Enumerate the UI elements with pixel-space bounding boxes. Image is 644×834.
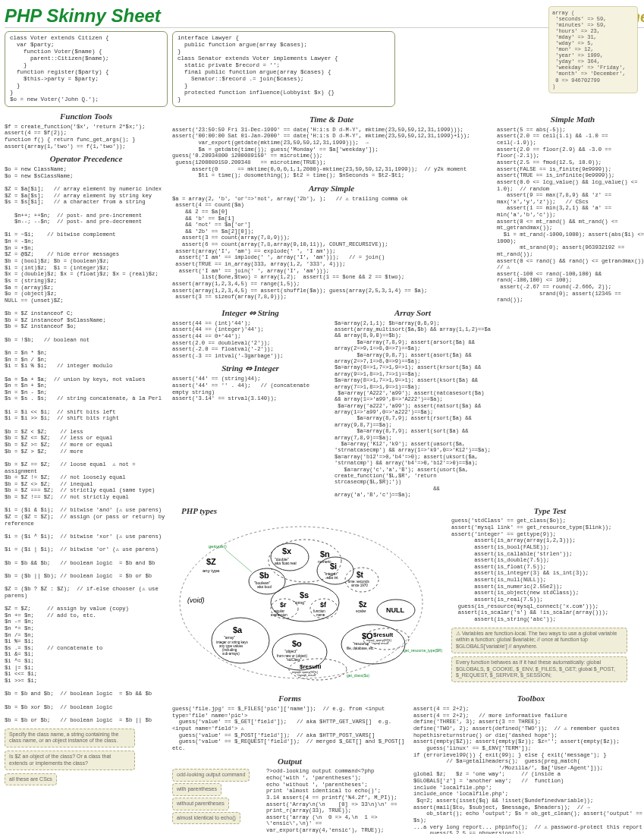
integer-string-block: assert(44 == (int)'44'); assert(44 == (i… xyxy=(172,320,328,360)
forms-block: guess('file.jpg' == $_FILES['pic']['name… xyxy=(172,706,407,751)
svg-text:any type: any type xyxy=(203,568,220,573)
svg-text:"array": "array" xyxy=(224,635,235,640)
php-types-diagram: (void) $Z any type $x "double" aka float… xyxy=(172,519,445,686)
svg-text:scalar: scalar xyxy=(356,609,366,613)
svg-text:$t: $t xyxy=(357,571,364,579)
output-label-1: odd-looking output command xyxy=(172,769,250,782)
cscs-note: all these are CScs xyxy=(5,773,57,786)
svg-text:file, database, etc.: file, database, etc. xyxy=(347,647,375,650)
output-label-4: almost identical to echo() xyxy=(172,812,240,825)
autoglobals-note: Every function behaves as if it had thes… xyxy=(451,656,627,682)
output-block: ?>odd-looking output command<?php echo('… xyxy=(266,768,407,834)
svg-text:"stdClass": "stdClass" xyxy=(286,658,302,662)
page-title: PHP Skinny Sheet xyxy=(5,5,584,27)
svg-text:$s: $s xyxy=(300,590,309,600)
type-test-heading: Type Test xyxy=(451,506,644,517)
svg-text:aka float real: aka float real xyxy=(275,561,297,565)
svg-text:$f: $f xyxy=(320,601,327,609)
svg-text:$resulti: $resulti xyxy=(300,663,321,670)
svg-text:$i: $i xyxy=(330,562,337,571)
svg-text:"string": "string" xyxy=(294,600,306,605)
function-tools-heading: Function Tools xyxy=(5,112,168,122)
output-heading: Output xyxy=(172,757,407,767)
svg-text:$Z: $Z xyxy=(206,557,216,566)
array-simple-heading: Array Simple xyxy=(172,184,491,194)
svg-text:$o: $o xyxy=(292,639,302,648)
svg-text:$z: $z xyxy=(359,600,367,609)
operator-precedence-block: $o = new ClassName; $o = new $sClassName… xyxy=(5,166,168,723)
simple-math-block: assert(5 == abs(-5)); assert(2.0 == ceil… xyxy=(497,127,644,304)
integer-string-heading: Integer ⇔ String xyxy=(172,308,328,319)
svg-text:$b: $b xyxy=(259,571,269,580)
svg-text:aka int: aka int xyxy=(327,575,338,580)
toolbox-heading: Toolbox xyxy=(413,694,644,704)
string-integer-heading: String ⇔ Integer xyxy=(172,363,328,374)
interface-lawyer-codebox: interface Lawyer { public function argue… xyxy=(172,31,395,107)
array-sort-block: $a=array(2,1,1); $b=array(0,8,9); assert… xyxy=(335,320,491,499)
type-test-block: guess('stdClass' == get_class($o)); asse… xyxy=(451,518,644,622)
svg-text:"mysql result": "mysql result" xyxy=(371,641,390,645)
output-label-3: without parentheses xyxy=(172,798,229,810)
svg-text:$r: $r xyxy=(280,601,287,609)
array-simple-block: $a = array(2, 'b', 'or'=>'not', array('2… xyxy=(172,196,491,301)
php-types-heading: PHP types xyxy=(181,506,445,517)
svg-text:$n: $n xyxy=(320,549,330,559)
svg-text:$result: $result xyxy=(373,631,394,638)
svg-text:name: name xyxy=(316,613,325,617)
class-voter-codebox: class Voter extends Citizen { var $party… xyxy=(5,31,168,107)
operator-precedence-heading: Operator Precedence xyxy=(5,154,168,165)
svg-text:sub-arrays): sub-arrays) xyxy=(222,652,240,656)
simple-math-heading: Simple Math xyxy=(497,115,644,125)
svg-text:since 1970: since 1970 xyxy=(351,584,368,587)
svg-text:gettype(): gettype() xyxy=(209,544,227,549)
globals-note: ⚠ Variables are function-local. The two … xyxy=(451,628,627,653)
svg-text:get_class($o): get_class($o) xyxy=(347,673,369,678)
svg-text:expression: expression xyxy=(271,613,287,617)
svg-text:(void): (void) xyxy=(187,596,205,604)
svg-line-63 xyxy=(225,549,252,572)
output-label-2: with parentheses xyxy=(172,783,221,796)
function-tools-block: $f = create_function('$x', 'return 2*$x;… xyxy=(5,124,168,150)
svg-text:$x: $x xyxy=(282,546,292,555)
svg-text:aka bool: aka bool xyxy=(257,584,272,589)
array-sort-heading: Array Sort xyxy=(335,308,491,319)
svg-text:"object": "object" xyxy=(284,649,297,653)
svg-text:get_resource_type($R): get_resource_type($R) xyxy=(404,648,442,653)
time-date-block: assert('23:59:59 Fri 31-Dec-1999' == dat… xyxy=(172,127,491,179)
forms-heading: Forms xyxy=(172,694,407,704)
instanceof-note: Is $Z an object of the class? Or a class… xyxy=(5,751,135,770)
time-date-heading: Time & Date xyxy=(172,115,491,125)
svg-text:$a: $a xyxy=(233,625,243,634)
string-integer-block: assert('44' == (string)44); assert('44' … xyxy=(172,376,328,402)
svg-text:"mysqli_result": "mysqli_result" xyxy=(297,673,317,677)
toolbox-block: assert(4 == 2+2); assert(4 == 2+2); // m… xyxy=(413,706,644,834)
getdate-output-box: array ( 'seconds' => 59, 'minutes' => 59… xyxy=(548,6,638,93)
svg-text:NULL: NULL xyxy=(386,606,404,614)
classname-note: Specify the class name, a string contain… xyxy=(5,729,135,748)
